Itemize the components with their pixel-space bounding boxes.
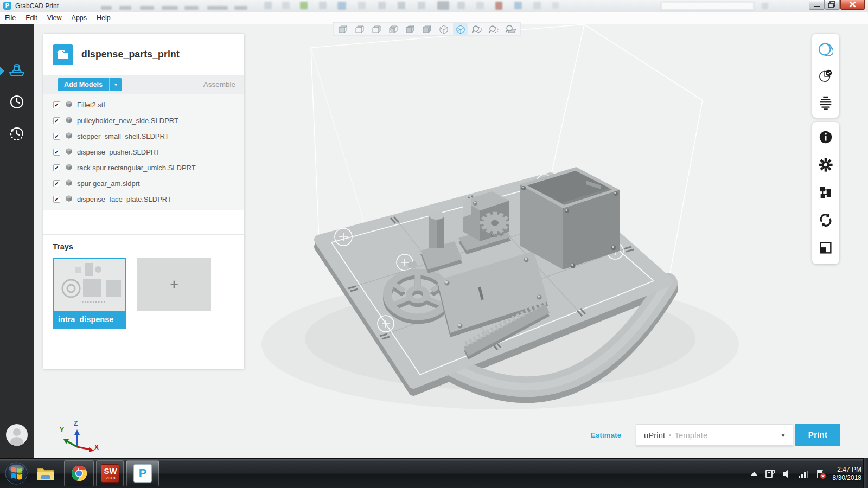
background-ghost-blob [552, 2, 559, 9]
history-icon[interactable] [8, 125, 25, 143]
show-desktop-button[interactable] [863, 458, 868, 488]
refresh-icon[interactable] [818, 213, 833, 228]
account-avatar[interactable] [6, 424, 28, 446]
model-checkbox-checked[interactable]: ✓ [53, 133, 60, 140]
background-ghost-blob [762, 3, 768, 9]
zoom-tray-icon[interactable] [503, 23, 519, 35]
add-models-label: Add Models [58, 78, 109, 91]
device-icon[interactable] [764, 468, 775, 479]
zoom-fit-icon[interactable] [470, 23, 485, 35]
model-filename: Fillet2.stl [77, 101, 105, 109]
display-mode-toolbar [812, 34, 839, 118]
background-ghost-blob [358, 2, 366, 9]
view-left-icon[interactable] [369, 23, 384, 35]
print-tray-icon[interactable] [8, 62, 25, 80]
taskbar-solidworks-button[interactable]: SW 2018 [96, 460, 124, 486]
add-tray-button[interactable]: + [137, 258, 211, 311]
model-checkbox-checked[interactable]: ✓ [53, 149, 60, 156]
view-bottom-icon[interactable] [419, 23, 435, 35]
background-ghost-blob [300, 2, 308, 9]
show-hidden-icons[interactable] [750, 471, 758, 477]
model-list-item[interactable]: ✓ dispense_face_plate.SLDPRT [43, 191, 244, 207]
app-sidebar [0, 24, 34, 458]
printer-template-select[interactable]: uPrint • Template ▾ [636, 424, 793, 446]
model-filename: dispense_pusher.SLDPRT [77, 148, 160, 156]
estimate-link[interactable]: Estimate [591, 431, 621, 439]
model-tools-toolbar [812, 122, 839, 264]
model-view-icon[interactable] [818, 41, 833, 56]
model-cube-icon [65, 100, 73, 110]
model-list-item[interactable]: ✓ Fillet2.stl [43, 97, 244, 113]
action-center-flag-icon[interactable] [815, 468, 826, 479]
restore-button[interactable] [825, 0, 840, 10]
background-ghost-blob [101, 6, 112, 10]
view-right-icon[interactable] [386, 23, 401, 35]
menu-help[interactable]: Help [92, 12, 116, 23]
minimize-button[interactable] [809, 0, 825, 10]
window-title: GrabCAD Print [15, 2, 59, 10]
model-checkbox-checked[interactable]: ✓ [53, 180, 60, 187]
title-bar: P GrabCAD Print [0, 0, 868, 12]
network-icon[interactable] [798, 470, 809, 478]
assemble-toggle[interactable]: Assemble [203, 80, 235, 88]
explorer-icon[interactable] [36, 464, 55, 485]
print-button[interactable]: Print [795, 424, 840, 446]
background-ghost-blob [418, 2, 425, 9]
model-list-item[interactable]: ✓ stepper_small_shell.SLDPRT [43, 129, 244, 144]
solidworks-icon-label: SW [101, 466, 120, 476]
print-queue-icon[interactable] [8, 93, 25, 111]
model-list-item[interactable]: ✓ pulleyholder_new_side.SLDPRT [43, 113, 244, 129]
background-ghost-blob [514, 2, 522, 9]
view-isometric-icon[interactable] [436, 23, 451, 35]
info-icon[interactable] [818, 130, 833, 145]
view-back-icon[interactable] [352, 23, 367, 35]
model-list-item[interactable]: ✓ rack spur rectangular_umich.SLDPRT [43, 160, 244, 176]
tray-thumbnail-selected[interactable]: intra_dispense [53, 258, 126, 329]
background-ghost-blob [457, 2, 465, 9]
menu-file[interactable]: File [0, 12, 21, 23]
volume-icon[interactable] [782, 469, 792, 479]
zoom-selection-icon[interactable] [487, 23, 502, 35]
taskbar-chrome-button[interactable] [64, 460, 94, 486]
model-filename: rack spur rectangular_umich.SLDPRT [77, 164, 196, 172]
background-ghost-blob [140, 6, 154, 10]
template-placeholder: Template [674, 431, 707, 440]
model-filename: stepper_small_shell.SLDPRT [77, 132, 169, 140]
start-button[interactable] [4, 461, 28, 487]
close-button[interactable] [840, 0, 865, 10]
print-check-view-icon[interactable] [818, 68, 833, 84]
arrange-icon[interactable] [818, 185, 833, 200]
model-checkbox-checked[interactable]: ✓ [53, 164, 60, 171]
background-ghost-blob [264, 2, 272, 9]
settings-gear-icon[interactable] [818, 157, 833, 172]
view-home-icon[interactable] [453, 23, 468, 35]
background-ghost-blob [533, 2, 541, 9]
background-ghost-blob [119, 6, 131, 10]
axis-z-label: Z [74, 420, 78, 427]
taskbar-grabcad-button[interactable]: P [126, 460, 159, 486]
add-models-dropdown-icon[interactable]: ▼ [109, 78, 122, 91]
model-checkbox-checked[interactable]: ✓ [53, 101, 60, 108]
slice-preview-icon[interactable] [818, 95, 833, 110]
clock-date: 8/30/2018 [833, 474, 861, 482]
model-filename: dispense_face_plate.SLDPRT [77, 195, 171, 203]
model-cube-icon [65, 179, 73, 189]
add-models-button[interactable]: Add Models ▼ [58, 78, 122, 91]
model-checkbox-checked[interactable]: ✓ [53, 117, 60, 124]
windows-taskbar: SW 2018 P 2:47 PM 8/30/2018 [0, 458, 868, 488]
model-list-item[interactable]: ✓ spur gear_am.sldprt [43, 176, 244, 191]
menu-edit[interactable]: Edit [21, 12, 42, 23]
view-front-icon[interactable] [335, 23, 350, 35]
view-top-icon[interactable] [403, 23, 418, 35]
model-list-item[interactable]: ✓ dispense_pusher.SLDPRT [43, 144, 244, 160]
menu-apps[interactable]: Apps [67, 12, 92, 23]
background-ghost-blob [234, 6, 247, 10]
background-ghost-blob [184, 6, 199, 10]
axis-triad: Z Y X [59, 422, 102, 457]
menu-view[interactable]: View [42, 12, 67, 23]
taskbar-clock[interactable]: 2:47 PM 8/30/2018 [833, 466, 864, 482]
scale-icon[interactable] [818, 240, 833, 255]
background-ghost-blob [476, 2, 484, 9]
model-checkbox-checked[interactable]: ✓ [53, 196, 60, 203]
background-ghost-blob [282, 2, 290, 9]
